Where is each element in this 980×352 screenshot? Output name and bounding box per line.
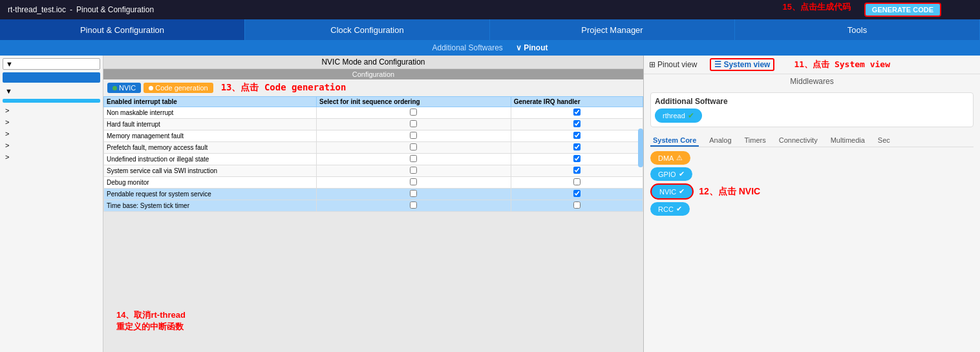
gpio-button[interactable]: GPIO ✔ — [650, 167, 692, 181]
nvic-button[interactable]: NVIC ✔ — [650, 183, 694, 200]
select-checkbox[interactable] — [410, 120, 417, 127]
col-header-interrupt: Enabled interrupt table — [104, 97, 317, 107]
section-name: Pinout & Configuration — [76, 5, 154, 14]
sidebar-item-5[interactable]: > — [3, 140, 100, 151]
generate-checkbox[interactable] — [573, 120, 581, 127]
generate-cell[interactable] — [511, 165, 643, 177]
select-cell[interactable] — [317, 177, 511, 189]
generate-cell[interactable] — [511, 107, 643, 119]
select-cell[interactable] — [317, 142, 511, 154]
select-checkbox[interactable] — [410, 202, 417, 209]
sidebar-item-6[interactable]: > — [3, 151, 100, 163]
tab-tools[interactable]: Tools — [735, 19, 980, 40]
sidebar-active-item[interactable] — [3, 99, 100, 103]
cat-analog[interactable]: Analog — [707, 135, 734, 147]
generate-code-button[interactable]: GENERATE CODE — [864, 3, 941, 17]
additional-software-section: Additional Software rthread ✔ — [650, 92, 974, 127]
subnav-additional[interactable]: Additional Softwares — [432, 43, 502, 52]
generate-cell[interactable] — [511, 142, 643, 154]
select-checkbox[interactable] — [410, 167, 417, 174]
sidebar-item-3[interactable]: > — [3, 116, 100, 128]
dma-button[interactable]: DMA ⚠ — [650, 151, 690, 165]
generate-cell[interactable] — [511, 119, 643, 130]
generate-cell[interactable] — [511, 130, 643, 142]
table-row: System service call via SWI instruction — [104, 165, 643, 177]
gpio-check-icon: ✔ — [679, 170, 685, 178]
code-gen-dot — [149, 86, 153, 90]
sidebar-blue-bar — [3, 72, 100, 83]
pinout-view-button[interactable]: ⊞ Pinout view — [649, 60, 697, 69]
sidebar-item-2[interactable]: > — [3, 105, 100, 116]
nvic-row: NVIC ✔ 12、点击 NVIC — [650, 183, 974, 200]
annotation-15: 15、点击生成代码 — [783, 1, 851, 13]
tab-pinout[interactable]: Pinout & Configuration — [0, 19, 245, 40]
generate-checkbox[interactable] — [573, 132, 581, 139]
sub-nav: Additional Softwares ∨ Pinout — [0, 40, 980, 56]
scrollbar-handle[interactable] — [638, 129, 643, 167]
nvic-check-icon: ✔ — [679, 187, 685, 196]
select-cell[interactable] — [317, 119, 511, 130]
select-cell[interactable] — [317, 189, 511, 200]
cat-multimedia[interactable]: Multimedia — [828, 135, 868, 147]
select-cell[interactable] — [317, 130, 511, 142]
additional-software-title: Additional Software — [655, 97, 969, 106]
sidebar-item-1[interactable]: ▼ — [3, 85, 100, 97]
system-view-button[interactable]: ☰ System view — [710, 58, 774, 71]
select-checkbox[interactable] — [410, 155, 417, 162]
generate-cell[interactable] — [511, 177, 643, 189]
interrupt-name: System service call via SWI instruction — [104, 165, 317, 177]
interrupt-table: Enabled interrupt table Select for init … — [103, 96, 643, 212]
select-cell[interactable] — [317, 107, 511, 119]
cat-timers[interactable]: Timers — [742, 135, 769, 147]
generate-checkbox[interactable] — [573, 167, 581, 174]
middlewares-label: Middlewares — [644, 74, 980, 88]
select-cell[interactable] — [317, 165, 511, 177]
code-gen-tab[interactable]: Code generation — [144, 83, 213, 93]
select-checkbox[interactable] — [410, 143, 417, 150]
sidebar-item-4[interactable]: > — [3, 128, 100, 140]
rcc-button[interactable]: RCC ✔ — [650, 202, 690, 216]
select-cell[interactable] — [317, 200, 511, 212]
subnav-pinout[interactable]: ∨ Pinout — [516, 43, 548, 52]
nvic-dot — [112, 86, 117, 90]
table-row: Hard fault interrupt — [104, 119, 643, 130]
table-row: Memory management fault — [104, 130, 643, 142]
generate-checkbox[interactable] — [573, 202, 581, 209]
generate-cell[interactable] — [511, 189, 643, 200]
component-list: DMA ⚠ GPIO ✔ NVIC ✔ 12、点击 NVIC — [650, 151, 974, 216]
generate-checkbox[interactable] — [573, 109, 581, 116]
interrupt-name: Time base: System tick timer — [104, 200, 317, 212]
nvic-tab[interactable]: NVIC — [107, 83, 141, 93]
rthread-button[interactable]: rthread ✔ — [655, 109, 702, 123]
generate-checkbox[interactable] — [573, 190, 581, 197]
tab-project[interactable]: Project Manager — [490, 19, 735, 40]
system-view-label: System view — [723, 60, 770, 69]
select-checkbox[interactable] — [410, 109, 417, 116]
table-row: Debug monitor — [104, 177, 643, 189]
right-top-bar: ⊞ Pinout view ☰ System view 11、点击 System… — [644, 56, 980, 74]
interrupt-name: Debug monitor — [104, 177, 317, 189]
cat-connectivity[interactable]: Connectivity — [776, 135, 820, 147]
sidebar-dropdown[interactable]: ▼ — [3, 58, 100, 70]
pinout-view-label: Pinout view — [657, 60, 697, 69]
table-row: Prefetch fault, memory access fault — [104, 142, 643, 154]
breadcrumb: rt-thread_test.ioc - Pinout & Configurat… — [8, 5, 154, 14]
generate-checkbox[interactable] — [573, 155, 581, 162]
cat-sec[interactable]: Sec — [875, 135, 893, 147]
generate-cell[interactable] — [511, 200, 643, 212]
generate-checkbox[interactable] — [573, 143, 581, 150]
tab-clock[interactable]: Clock Configuration — [245, 19, 490, 40]
col-header-generate: Generate IRQ handler — [511, 97, 643, 107]
cat-system-core[interactable]: System Core — [650, 135, 699, 147]
generate-cell[interactable] — [511, 154, 643, 165]
select-checkbox[interactable] — [410, 190, 417, 197]
main-tabs: Pinout & Configuration Clock Configurati… — [0, 19, 980, 40]
pinout-icon: ⊞ — [649, 60, 655, 69]
sidebar: ▼ ▼ > > > > > — [0, 56, 103, 352]
select-checkbox[interactable] — [410, 178, 417, 185]
select-checkbox[interactable] — [410, 132, 417, 139]
dma-label: DMA — [658, 154, 674, 162]
generate-checkbox[interactable] — [573, 178, 581, 185]
select-cell[interactable] — [317, 154, 511, 165]
interrupt-name: Memory management fault — [104, 130, 317, 142]
